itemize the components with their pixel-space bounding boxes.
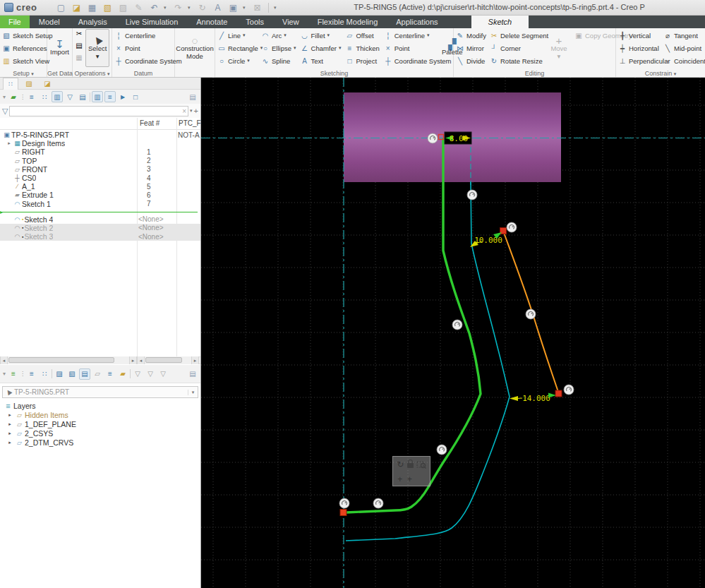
modify-button[interactable]: ✎Modify — [454, 29, 488, 42]
hide-layer-icon[interactable]: ▨ — [54, 368, 65, 380]
rectangle-button[interactable]: ▭Rectangle▾ — [215, 42, 259, 54]
layers-selector-icon[interactable]: ≡ — [8, 368, 19, 380]
scroll-track[interactable] — [145, 356, 191, 364]
save-as-button[interactable]: ▧ — [102, 1, 114, 13]
tree-item-a1[interactable]: ∕ A_1 5 — [0, 182, 200, 191]
tree-item-front[interactable]: ▱ FRONT 3 — [0, 165, 200, 174]
window-dropdown[interactable]: ▾ — [243, 5, 248, 11]
list-view-icon[interactable]: ≡ — [26, 368, 37, 380]
tree-selector-icon[interactable]: ▰ — [8, 91, 19, 102]
layer-item-hidden-items[interactable]: ▸ ▱ Hidden Items — [0, 410, 200, 419]
new-file-button[interactable]: ▢ — [55, 1, 67, 13]
tab-view[interactable]: View — [273, 16, 308, 28]
pointer-filter-icon[interactable]: ▶ — [117, 91, 128, 102]
redo-dropdown[interactable]: ▾ — [188, 5, 193, 11]
expand-arrow-icon[interactable]: ▸ — [6, 412, 14, 418]
sketch-csys-button[interactable]: ┼Coordinate System — [382, 54, 440, 67]
horizontal-constraint-button[interactable]: ┿Horizontal — [616, 42, 661, 54]
chevron-down-icon[interactable]: ▾ — [2, 368, 6, 380]
references-button[interactable]: ▣References — [0, 42, 55, 54]
isolate-layer-icon[interactable]: ▤ — [79, 368, 90, 380]
insertion-locator[interactable]: ▸ — [0, 208, 200, 215]
constraint-badge[interactable] — [373, 498, 383, 508]
favorites-tab[interactable]: ◪ — [40, 78, 55, 90]
expand-arrow-icon[interactable]: ▸ — [6, 440, 14, 445]
tree-item-sketch3[interactable]: ◠ ▪ Sketch 3 <None> — [0, 232, 200, 241]
activate-layer-icon[interactable]: ▱ — [92, 368, 103, 380]
zoom-region-icon[interactable] — [416, 460, 426, 469]
symmetric-constraint-button[interactable]: + — [702, 29, 705, 42]
show-layer-icon[interactable]: ▧ — [66, 368, 78, 380]
constraint-badge[interactable] — [452, 320, 462, 330]
tangent-constraint-button[interactable]: ⌀Tangent — [661, 29, 702, 42]
dimension-value[interactable]: 10.000 — [474, 236, 502, 245]
open-button[interactable]: ◪ — [71, 1, 83, 13]
delete-segment-button[interactable]: ✂Delete Segment — [488, 29, 546, 42]
scroll-right-button[interactable]: ▸ — [129, 356, 137, 364]
chevron-down-icon[interactable]: ▾ — [2, 91, 6, 102]
tab-model[interactable]: Model — [30, 16, 69, 28]
constraint-badge[interactable] — [467, 190, 477, 200]
cut-icon[interactable]: ✂ — [73, 30, 85, 42]
tree-item-root[interactable]: ▣ TP-5-RING5.PRT NOT-A — [0, 131, 200, 139]
construction-mode-button[interactable]: ◌ Construction Mode — [174, 29, 215, 67]
layers-display-icon[interactable]: ≡ — [104, 368, 116, 380]
show-columns-icon[interactable]: ▥ — [92, 91, 103, 102]
redo-button[interactable]: ↷ — [172, 1, 184, 13]
layer-item-csys[interactable]: ▸ ▱ 2_CSYS — [0, 428, 200, 438]
thicken-button[interactable]: ≡Thicken — [343, 42, 381, 54]
sketch-centerline-button[interactable]: ¦Centerline▾ — [382, 29, 440, 42]
close-window-button[interactable]: ⊠ — [251, 1, 263, 13]
tab-live-simulation[interactable]: Live Simulation — [116, 16, 188, 28]
rotate-resize-icon[interactable]: ↻ — [397, 460, 404, 469]
ellipse-button[interactable]: ○Ellipse▾ — [259, 42, 299, 54]
sketch-setup-button[interactable]: ▧Sketch Setup — [0, 29, 55, 42]
corner-button[interactable]: ┘Corner — [488, 42, 546, 54]
paste-icon[interactable]: ▦ — [73, 54, 85, 66]
scroll-left-button[interactable]: ◂ — [0, 356, 8, 364]
tree-item-sketch4[interactable]: ◠ ▪ Sketch 4 <None> — [0, 215, 200, 224]
tree-item-design-items[interactable]: ▸ ▦ Design Items — [0, 139, 200, 148]
tree-filter-icon[interactable]: ▽ — [64, 91, 76, 102]
scroll-thumb[interactable] — [145, 357, 182, 363]
constraint-badge[interactable] — [437, 445, 447, 455]
tree-item-right[interactable]: ▱ RIGHT 1 — [0, 148, 200, 156]
sketch-point-button[interactable]: ×Point — [382, 42, 440, 54]
line-button[interactable]: ╱Line▾ — [215, 29, 259, 42]
tree-item-sketch2[interactable]: ◠ ▪ Sketch 2 <None> — [0, 224, 200, 232]
list-view-icon[interactable]: ≡ — [26, 91, 37, 102]
customize-quick-access-button[interactable]: ▾ — [274, 5, 279, 11]
model-tree-tab[interactable]: ∷ — [3, 78, 18, 90]
tab-sketch[interactable]: Sketch — [471, 16, 529, 28]
dimension-move-icon[interactable]: + — [397, 475, 402, 484]
sketch-view-button[interactable]: ▥Sketch View — [0, 54, 55, 67]
midpoint-constraint-button[interactable]: ╲Mid-point — [661, 42, 702, 54]
move-button[interactable]: + Move ▾ — [546, 35, 572, 61]
layer-tree-icon[interactable]: ≡ — [104, 91, 116, 102]
mirror-button[interactable]: ⋈Mirror — [454, 42, 488, 54]
group-label-setup[interactable]: Setup ▾ — [0, 70, 47, 77]
scroll-thumb[interactable] — [8, 357, 114, 363]
scroll-left-button[interactable]: ◂ — [137, 356, 145, 364]
select-button[interactable]: ▶ Select ▾ — [85, 29, 109, 67]
filter-select-icon[interactable]: ▽ — [157, 368, 169, 380]
undo-dropdown[interactable]: ▾ — [164, 5, 169, 11]
endpoint-marker[interactable] — [340, 510, 347, 516]
unfilter-icon[interactable]: ▽ — [132, 368, 143, 380]
dimension-value[interactable]: 8.00 — [450, 134, 469, 143]
copy-geometry-button[interactable]: ▣Copy Geometry — [572, 29, 615, 42]
modelcheck-button[interactable]: ✎ — [133, 1, 145, 13]
graphics-area[interactable]: 8.00 10.000 14.000 — [201, 78, 705, 588]
circle-button[interactable]: ○Circle▾ — [215, 54, 259, 67]
grid-view-icon[interactable]: ∷ — [39, 91, 50, 102]
search-options-dropdown[interactable]: ▾ — [190, 108, 193, 114]
undo-button[interactable]: ↶ — [148, 1, 160, 13]
fillet-button[interactable]: ◡Fillet▾ — [299, 29, 344, 42]
divide-button[interactable]: ╲Divide — [454, 54, 488, 67]
dimension-move-icon[interactable]: + — [407, 475, 412, 484]
dimension-value[interactable]: 14.000 — [522, 394, 550, 403]
vertical-constraint-button[interactable]: ╂Vertical — [616, 29, 661, 42]
grid-view-icon[interactable]: ∷ — [39, 368, 50, 380]
equal-constraint-button[interactable]: = — [702, 42, 705, 54]
endpoint-marker[interactable] — [555, 390, 562, 397]
